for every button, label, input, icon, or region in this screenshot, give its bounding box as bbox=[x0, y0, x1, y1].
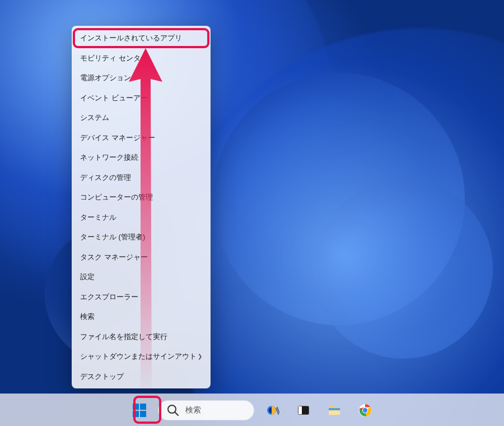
menu-item-installed-apps[interactable]: インストールされているアプリ bbox=[72, 28, 211, 48]
menu-item-label: インストールされているアプリ bbox=[80, 33, 182, 44]
taskbar-taskview[interactable] bbox=[291, 398, 316, 423]
menu-item-label: システム bbox=[80, 112, 109, 123]
windows-logo-icon bbox=[133, 404, 146, 417]
menu-item-label: ターミナル (管理者) bbox=[80, 231, 145, 243]
chevron-right-icon: ❯ bbox=[198, 352, 202, 360]
menu-item-search[interactable]: 検索 bbox=[72, 307, 211, 327]
menu-item-system[interactable]: システム bbox=[72, 108, 211, 128]
menu-item-disk-management[interactable]: ディスクの管理 bbox=[72, 168, 211, 188]
taskbar-file-explorer[interactable] bbox=[322, 398, 347, 423]
menu-item-label: 設定 bbox=[80, 271, 95, 283]
taskbar: 検索 bbox=[0, 393, 504, 426]
menu-item-desktop[interactable]: デスクトップ bbox=[72, 367, 211, 387]
start-context-menu: インストールされているアプリ モビリティ センター 電源オプション イベント ビ… bbox=[72, 26, 211, 388]
menu-item-run[interactable]: ファイル名を指定して実行 bbox=[72, 327, 211, 347]
menu-item-label: エクスプローラー bbox=[80, 291, 138, 303]
menu-item-mobility-center[interactable]: モビリティ センター bbox=[72, 48, 211, 68]
taskbar-chrome[interactable] bbox=[353, 398, 377, 423]
menu-item-device-manager[interactable]: デバイス マネージャー bbox=[72, 128, 211, 148]
menu-item-label: ネットワーク接続 bbox=[80, 152, 138, 163]
taskbar-copilot[interactable] bbox=[260, 398, 285, 423]
svg-line-2 bbox=[175, 412, 178, 415]
menu-item-label: 電源オプション bbox=[80, 72, 131, 84]
taskbar-search[interactable]: 検索 bbox=[158, 400, 254, 420]
menu-item-label: イベント ビューアー bbox=[80, 92, 148, 104]
menu-item-event-viewer[interactable]: イベント ビューアー bbox=[72, 88, 211, 108]
menu-item-label: ターミナル bbox=[80, 212, 116, 223]
copilot-icon bbox=[266, 404, 279, 417]
menu-item-power-options[interactable]: 電源オプション bbox=[72, 68, 211, 88]
menu-item-label: 検索 bbox=[80, 311, 95, 322]
menu-item-label: デスクトップ bbox=[80, 371, 124, 382]
search-icon bbox=[166, 404, 180, 417]
svg-rect-11 bbox=[329, 408, 340, 410]
menu-item-shutdown-signout[interactable]: シャットダウンまたはサインアウト ❯ bbox=[72, 346, 211, 367]
taskview-icon bbox=[297, 404, 310, 417]
file-explorer-icon bbox=[328, 404, 341, 417]
menu-item-label: コンピューターの管理 bbox=[80, 192, 153, 203]
menu-item-label: デバイス マネージャー bbox=[80, 132, 155, 143]
menu-item-label: ディスクの管理 bbox=[80, 172, 131, 183]
menu-item-terminal-admin[interactable]: ターミナル (管理者) bbox=[72, 227, 211, 247]
menu-item-network-connections[interactable]: ネットワーク接続 bbox=[72, 147, 211, 168]
search-placeholder: 検索 bbox=[185, 405, 201, 415]
menu-item-settings[interactable]: 設定 bbox=[72, 267, 211, 287]
menu-item-task-manager[interactable]: タスク マネージャー bbox=[72, 247, 211, 267]
svg-point-14 bbox=[362, 408, 367, 412]
menu-item-label: シャットダウンまたはサインアウト bbox=[80, 351, 197, 362]
menu-item-label: タスク マネージャー bbox=[80, 252, 148, 263]
menu-item-computer-management[interactable]: コンピューターの管理 bbox=[72, 187, 211, 207]
svg-rect-9 bbox=[298, 406, 302, 414]
chrome-icon bbox=[358, 404, 372, 417]
menu-item-terminal[interactable]: ターミナル bbox=[72, 207, 211, 228]
menu-item-explorer[interactable]: エクスプローラー bbox=[72, 287, 211, 307]
menu-item-label: ファイル名を指定して実行 bbox=[80, 331, 167, 342]
menu-item-label: モビリティ センター bbox=[80, 53, 148, 64]
start-button[interactable] bbox=[127, 398, 152, 423]
